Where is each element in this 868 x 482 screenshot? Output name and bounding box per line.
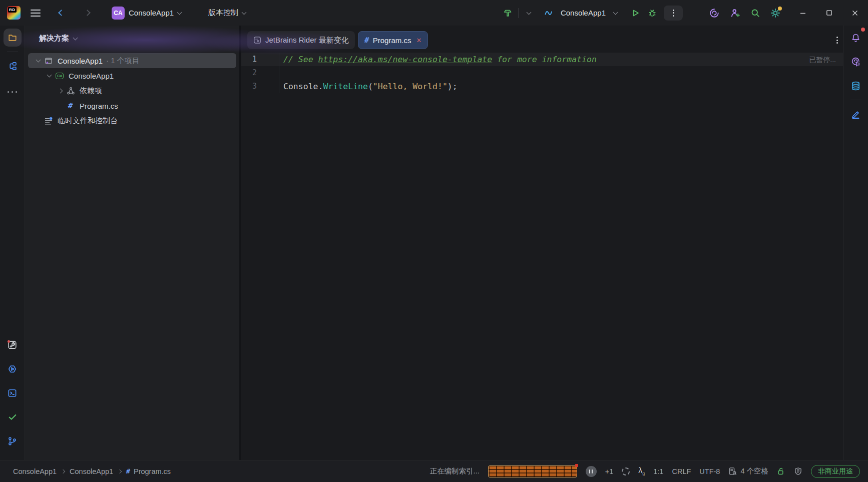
solution-panel-header[interactable]: 解决方案 [39, 34, 239, 43]
lambda-widget[interactable]: λg [638, 466, 645, 476]
structure-icon [8, 62, 17, 71]
version-control-tool-window-button[interactable] [4, 432, 22, 450]
project-name: ConsoleApp1 [129, 9, 174, 17]
run-config-chevron-icon[interactable] [608, 6, 623, 21]
forward-button[interactable] [81, 7, 94, 20]
tree-row-program[interactable]: # Program.cs [28, 98, 236, 113]
services-tool-window-button[interactable] [4, 360, 22, 378]
extra-processes-count[interactable]: +1 [605, 467, 614, 475]
rider-window: RD CA ConsoleApp1 版本控制 ConsoleAp [0, 0, 868, 482]
breadcrumb-item[interactable]: ConsoleApp1 [13, 467, 57, 475]
tree-label: ConsoleApp1 [58, 57, 103, 65]
code-with-me-icon[interactable] [728, 6, 743, 21]
solution-panel-title: 解决方案 [39, 34, 69, 43]
solution-icon [43, 57, 54, 65]
indent-widget[interactable]: 4 个空格 [728, 466, 768, 476]
pause-indexing-button[interactable] [586, 466, 597, 477]
expand-chevron-icon[interactable] [33, 60, 43, 62]
encoding-widget[interactable]: UTF-8 [699, 467, 720, 475]
back-icon [58, 10, 65, 16]
settings-icon[interactable] [768, 6, 783, 21]
tree-row-solution[interactable]: ConsoleApp1 · 1 个项目 [28, 53, 236, 68]
run-button[interactable] [628, 6, 643, 21]
main-menu-icon[interactable] [31, 8, 41, 19]
ellipsis-icon [6, 86, 19, 95]
vcs-label: 版本控制 [208, 8, 238, 18]
structure-tool-window-button[interactable] [4, 57, 22, 75]
more-run-options-button[interactable] [664, 6, 683, 21]
punct-token: . [318, 82, 323, 91]
license-badge[interactable]: 非商业用途 [811, 465, 860, 478]
close-icon[interactable]: ✕ [416, 37, 421, 44]
collapse-chevron-icon[interactable] [55, 89, 65, 93]
breadcrumb-separator-icon [61, 469, 65, 473]
build-tool-window-button[interactable] [4, 336, 22, 354]
punct-token: ( [368, 82, 373, 91]
comment-token: for more information [492, 55, 597, 64]
indexing-label: 正在编制索引... [430, 466, 480, 476]
breadcrumb-item[interactable]: #Program.cs [126, 467, 171, 475]
tree-row-dependencies[interactable]: 依赖项 [28, 83, 236, 98]
vcs-widget[interactable]: 版本控制 [203, 6, 251, 20]
notifications-button[interactable] [847, 29, 865, 47]
documentation-button[interactable] [847, 105, 865, 123]
csharp-project-icon: C# [54, 73, 65, 79]
punct-token: ); [448, 82, 458, 91]
terminal-icon [8, 388, 17, 398]
tab-label: Program.cs [373, 36, 411, 45]
progress-flag [575, 464, 578, 467]
tab-label: JetBrains Rider 最新变化 [265, 36, 349, 45]
ai-assistant-icon[interactable] [707, 6, 722, 21]
close-button[interactable] [842, 0, 868, 26]
comment-link[interactable]: https://aka.ms/new-console-template [318, 55, 493, 64]
folder-icon [8, 33, 17, 42]
file-indent-icon [728, 467, 737, 475]
database-button[interactable] [847, 77, 865, 95]
tab-program-cs[interactable]: # Program.cs ✕ [358, 31, 428, 49]
line-number: 2 [241, 66, 279, 80]
status-bar: ConsoleApp1 ConsoleApp1 #Program.cs 正在编制… [0, 460, 868, 482]
code-line: 3 Console.WriteLine("Hello, World!"); [241, 80, 843, 93]
search-icon[interactable] [748, 6, 763, 21]
indexing-paused-label: 已暂停... [809, 56, 836, 65]
line-separator-widget[interactable]: CRLF [672, 467, 691, 475]
debug-button[interactable] [645, 6, 660, 21]
chevron-down-icon [177, 10, 182, 15]
problems-tool-window-button[interactable] [4, 408, 22, 426]
forward-icon [84, 10, 91, 16]
back-button[interactable] [55, 7, 68, 20]
maximize-button[interactable] [816, 0, 842, 26]
string-token: "Hello, World!" [373, 82, 448, 91]
more-tool-windows-button[interactable] [4, 81, 22, 99]
project-widget[interactable]: CA ConsoleApp1 [107, 4, 186, 22]
terminal-tool-window-button[interactable] [4, 384, 22, 402]
line-number: 3 [241, 80, 279, 93]
title-bar: RD CA ConsoleApp1 版本控制 ConsoleAp [0, 0, 868, 26]
code-editor[interactable]: 1 // See https://aka.ms/new-console-temp… [241, 53, 843, 460]
pencil-icon [851, 110, 860, 119]
tree-row-project[interactable]: C# ConsoleApp1 [28, 68, 236, 83]
tree-meta: · 1 个项目 [106, 56, 140, 66]
identifier-token: Console [283, 82, 318, 91]
minimize-button[interactable] [790, 0, 816, 26]
tree-row-scratches[interactable]: 临时文件和控制台 [28, 113, 236, 128]
tree-label: ConsoleApp1 [69, 72, 114, 80]
scratches-icon [43, 117, 54, 125]
divider [7, 52, 18, 52]
build-options-chevron-icon[interactable] [522, 6, 537, 21]
tab-options-icon[interactable] [836, 36, 838, 45]
tree-label: 依赖项 [80, 86, 102, 96]
build-hammer-icon[interactable] [500, 6, 515, 21]
right-tool-rail [843, 26, 868, 460]
notification-badge [861, 28, 865, 32]
caret-position-widget[interactable]: 1:1 [653, 467, 663, 475]
method-token: WriteLine [323, 82, 367, 91]
ai-chat-button[interactable] [847, 53, 865, 71]
run-config-name[interactable]: ConsoleApp1 [561, 9, 606, 17]
breadcrumb-item[interactable]: ConsoleApp1 [70, 467, 113, 475]
expand-chevron-icon[interactable] [44, 75, 54, 77]
lock-widget[interactable] [777, 467, 785, 475]
security-widget[interactable] [794, 467, 802, 475]
tab-whats-new[interactable]: JetBrains Rider 最新变化 [247, 31, 355, 49]
solution-tool-window-button[interactable] [4, 29, 22, 47]
